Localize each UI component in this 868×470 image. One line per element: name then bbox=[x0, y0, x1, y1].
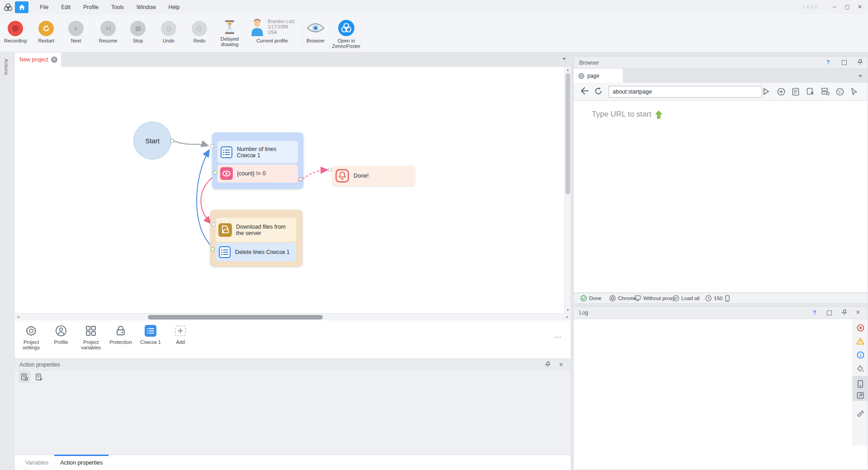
errors-filter-icon[interactable] bbox=[856, 324, 864, 332]
menu-file[interactable]: File bbox=[33, 4, 55, 10]
warnings-filter-icon[interactable] bbox=[856, 337, 864, 345]
tab-variables[interactable]: Variables bbox=[19, 455, 54, 470]
delayed-drawing-button[interactable]: Delayed drawing bbox=[214, 18, 245, 47]
project-tab[interactable]: New project ✕ bbox=[15, 52, 61, 67]
status-proxy[interactable]: Without proxy bbox=[634, 295, 675, 301]
info-filter-icon[interactable] bbox=[856, 351, 864, 359]
page-source-icon[interactable] bbox=[792, 88, 799, 96]
connector-download-in[interactable] bbox=[212, 222, 216, 226]
next-button[interactable]: Next bbox=[63, 18, 89, 43]
tab-list-dropdown-icon[interactable] bbox=[562, 58, 566, 60]
url-input[interactable] bbox=[609, 86, 762, 98]
browser-tab-page[interactable]: page bbox=[574, 69, 623, 83]
cache-icon[interactable] bbox=[821, 88, 830, 95]
status-timeout[interactable]: 150 bbox=[705, 295, 722, 301]
vertical-scroll-thumb[interactable] bbox=[566, 73, 570, 194]
scroll-down-icon[interactable]: ▼ bbox=[566, 308, 570, 312]
home-button[interactable] bbox=[15, 1, 28, 13]
canvas-vertical-scrollbar[interactable]: ▲ ▼ bbox=[564, 67, 571, 313]
connector-delete-out[interactable] bbox=[211, 247, 215, 251]
action-settings-tool[interactable] bbox=[19, 371, 30, 383]
add-button[interactable]: Add bbox=[166, 324, 195, 345]
tab-action-properties[interactable]: Action properties bbox=[54, 455, 108, 470]
current-profile-button[interactable]: Brandon Lutz 1/17/1998 USA Current profi… bbox=[246, 18, 298, 43]
flow-canvas[interactable]: Start Number of linesСписок 1 {count} !=… bbox=[15, 67, 564, 313]
status-load-all[interactable]: Load all bbox=[673, 295, 699, 301]
undo-button[interactable]: Undo bbox=[156, 18, 181, 43]
action-download-files[interactable]: Download files fromthe server bbox=[216, 218, 296, 242]
action-done[interactable]: Done! bbox=[332, 166, 415, 186]
list-spisok1-button[interactable]: Список 1 bbox=[136, 324, 165, 345]
window-maximize-button[interactable]: ▢ bbox=[841, 0, 854, 14]
clear-log-icon[interactable] bbox=[856, 409, 864, 418]
expand-log-icon[interactable] bbox=[856, 391, 864, 400]
open-in-zennoposter-button[interactable]: Open in ZennoPoster bbox=[330, 18, 362, 49]
maximize-panel-icon[interactable] bbox=[842, 60, 847, 65]
help-icon[interactable]: ? bbox=[826, 59, 830, 66]
cookies-icon[interactable] bbox=[836, 88, 844, 96]
cursor-icon[interactable] bbox=[851, 88, 858, 96]
action-delete-lines[interactable]: Delete lines Список 1 bbox=[216, 243, 296, 261]
connector-start-out[interactable] bbox=[170, 139, 174, 143]
profile-button[interactable]: Profile bbox=[47, 324, 75, 345]
help-icon[interactable]: ? bbox=[813, 310, 816, 316]
status-device[interactable] bbox=[725, 295, 730, 302]
run-icon[interactable] bbox=[763, 88, 770, 95]
start-node[interactable]: Start bbox=[133, 122, 171, 160]
menu-window[interactable]: Window bbox=[130, 4, 162, 10]
word-wrap-icon[interactable] bbox=[856, 380, 864, 388]
group-count-lines[interactable]: Number of linesСписок 1 {count} != 0 bbox=[212, 132, 303, 189]
menu-tools[interactable]: Tools bbox=[105, 4, 130, 10]
connector-done-in[interactable] bbox=[328, 168, 332, 172]
window-close-button[interactable]: ✕ bbox=[854, 0, 866, 14]
group-download-delete[interactable]: Download files fromthe server Delete lin… bbox=[210, 210, 302, 267]
connector-condition-out[interactable] bbox=[213, 170, 217, 174]
menu-help[interactable]: Help bbox=[162, 4, 186, 10]
more-actions-button[interactable]: … bbox=[554, 331, 562, 339]
action-edit-tool[interactable] bbox=[33, 371, 45, 383]
tab-close-icon[interactable]: ✕ bbox=[51, 56, 57, 63]
window-minimize-button[interactable]: ─ bbox=[828, 0, 841, 14]
action-condition[interactable]: {count} != 0 bbox=[217, 164, 298, 183]
restart-button[interactable]: Restart bbox=[33, 18, 60, 43]
reload-icon[interactable] bbox=[594, 87, 603, 95]
horizontal-scroll-thumb[interactable] bbox=[148, 315, 323, 320]
close-icon[interactable]: ✕ bbox=[856, 309, 860, 315]
redo-button[interactable]: Redo bbox=[187, 18, 212, 43]
highlight-icon[interactable] bbox=[856, 365, 864, 373]
person-icon bbox=[47, 324, 75, 338]
browser-viewport[interactable]: Type URL to start bbox=[573, 101, 868, 293]
log-output[interactable] bbox=[573, 319, 868, 470]
maximize-panel-icon[interactable] bbox=[827, 310, 832, 315]
scroll-right-icon[interactable]: ► bbox=[566, 315, 569, 319]
scroll-left-icon[interactable]: ◄ bbox=[16, 315, 20, 319]
protection-button[interactable]: Protection bbox=[106, 324, 135, 345]
pin-icon[interactable] bbox=[545, 362, 551, 367]
pin-icon[interactable] bbox=[857, 59, 863, 65]
browser-tab-dropdown-icon[interactable] bbox=[859, 75, 862, 77]
status-engine[interactable]: Chrome bbox=[609, 295, 637, 301]
action-number-of-lines[interactable]: Number of linesСписок 1 bbox=[217, 141, 298, 163]
menu-edit[interactable]: Edit bbox=[55, 4, 77, 10]
recording-button[interactable]: Recording bbox=[1, 18, 30, 43]
project-variables-button[interactable]: Project variables bbox=[76, 324, 105, 350]
add-tab-icon[interactable] bbox=[777, 88, 785, 96]
menu-profile[interactable]: Profile bbox=[77, 4, 105, 10]
stop-button[interactable]: Stop bbox=[125, 18, 151, 43]
scroll-up-icon[interactable]: ▲ bbox=[566, 68, 570, 72]
connector-condition-false-out[interactable] bbox=[298, 177, 302, 181]
play-to-end-icon bbox=[100, 21, 116, 36]
connector-lines-in[interactable] bbox=[210, 144, 214, 148]
list-icon bbox=[220, 146, 233, 159]
globe-icon bbox=[578, 73, 585, 79]
pin-icon[interactable] bbox=[841, 310, 847, 315]
resume-button[interactable]: Resume bbox=[94, 18, 122, 43]
project-settings-button[interactable]: Project settings bbox=[17, 324, 46, 350]
actions-rail-tab[interactable]: Actions bbox=[4, 59, 9, 75]
back-icon[interactable] bbox=[580, 87, 589, 95]
redo-icon bbox=[192, 21, 207, 36]
canvas-horizontal-scrollbar[interactable]: ◄ ► bbox=[15, 313, 571, 320]
close-icon[interactable]: ✕ bbox=[559, 362, 563, 368]
page-tools-icon[interactable] bbox=[807, 88, 815, 96]
browser-button[interactable]: Browser bbox=[302, 18, 329, 43]
